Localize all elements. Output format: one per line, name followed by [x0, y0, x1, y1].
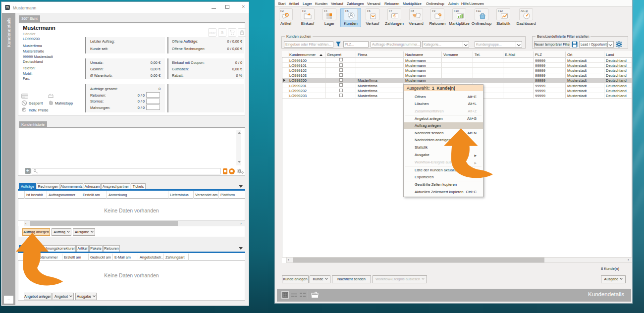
svg-text:€: € [393, 13, 396, 18]
